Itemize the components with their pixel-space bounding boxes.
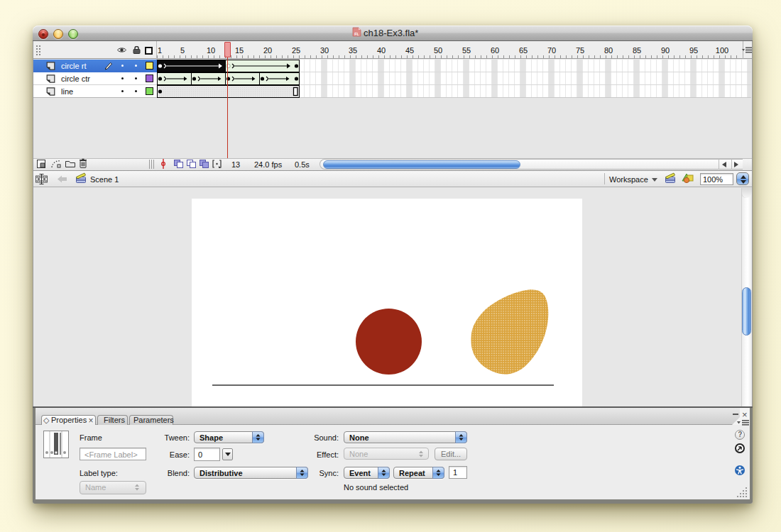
svg-text:FL: FL: [354, 32, 359, 36]
